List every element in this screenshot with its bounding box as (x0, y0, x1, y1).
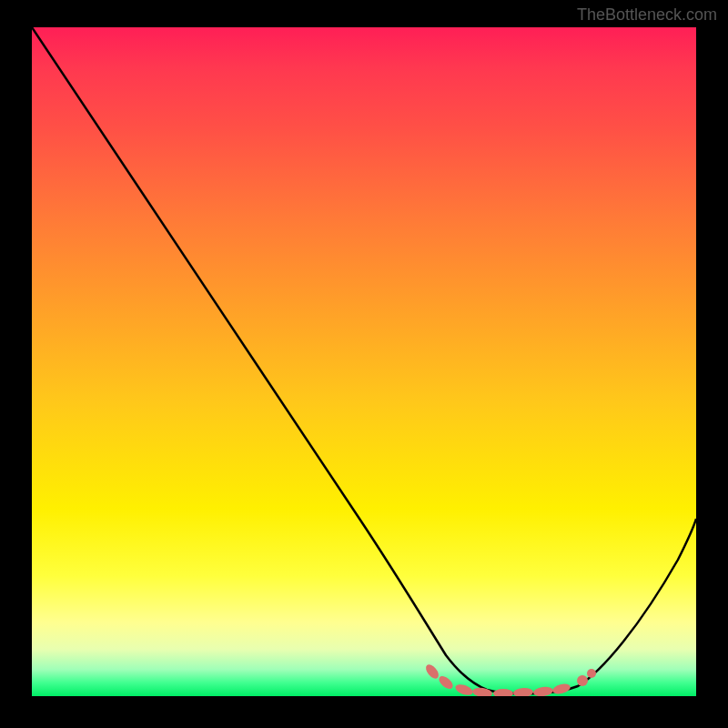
chart-container (32, 27, 696, 696)
heatmap-gradient-background (32, 27, 696, 696)
watermark-text: TheBottleneck.com (577, 5, 717, 25)
